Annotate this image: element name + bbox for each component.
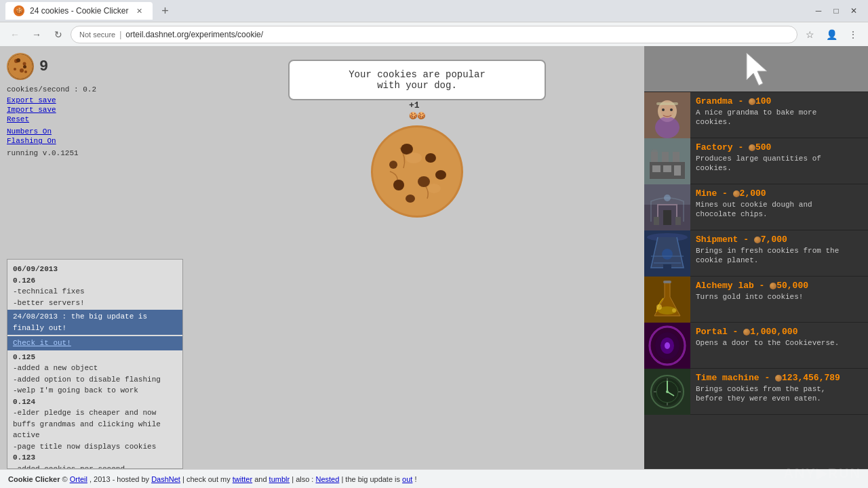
svg-point-48 <box>656 304 662 310</box>
shipment-info: Shipment - 7,000 Brings in fresh cookies… <box>690 230 853 276</box>
footer-content: Cookie Clicker © Orteil , 2013 - hosted … <box>8 475 860 483</box>
toolbar: ← → ↻ Not secure | orteil.dashnet.org/ex… <box>0 22 868 46</box>
alchemy-name: Alchemy lab - 50,000 <box>696 281 848 291</box>
svg-rect-40 <box>654 217 659 225</box>
footer-nested-link[interactable]: Nested <box>315 475 339 483</box>
svg-point-13 <box>406 195 415 203</box>
grandma-name: Grandma - 100 <box>696 96 848 106</box>
factory-desc: Produces large quantities of cookies. <box>696 154 848 174</box>
small-cookie-icon[interactable] <box>7 53 34 80</box>
shop-item-mine[interactable]: Mine - 2,000 Mines out cookie dough and … <box>644 184 868 230</box>
changelog-box: 06/09/2013 0.126 -technical fixes -bette… <box>7 259 183 469</box>
account-icon[interactable]: 👤 <box>822 25 841 44</box>
footer-big-update: | the big update is <box>341 475 402 483</box>
svg-point-15 <box>389 161 397 169</box>
active-tab[interactable]: 🍪 24 cookies - Cookie Clicker ✕ <box>5 2 153 20</box>
changelog-version-123: 0.123 <box>13 452 177 464</box>
grandma-desc: A nice grandma to bake more cookies. <box>696 108 848 127</box>
left-panel: 9 cookies/second : 0.2 Export save Impor… <box>0 46 190 469</box>
cookie-count: 9 <box>39 58 48 75</box>
footer-out-link[interactable]: out <box>402 475 412 483</box>
footer-tumblr-link[interactable]: tumblr <box>269 475 290 483</box>
svg-point-12 <box>393 180 404 190</box>
security-indicator: Not secure <box>79 30 115 39</box>
mine-name: Mine - 2,000 <box>696 188 848 199</box>
changelog-date-1: 06/09/2013 <box>13 264 177 275</box>
reset-link[interactable]: Reset <box>7 115 183 123</box>
time-machine-desc: Brings cookies from the past, before the… <box>696 384 848 404</box>
title-bar: 🍪 24 cookies - Cookie Clicker ✕ + ─ □ ✕ <box>0 0 868 22</box>
svg-point-35 <box>651 149 658 153</box>
factory-count <box>853 138 868 184</box>
svg-point-25 <box>670 108 673 111</box>
changelog-check-link[interactable]: Check it out! <box>7 336 182 350</box>
cursor-image <box>644 46 868 92</box>
tab-close-button[interactable]: ✕ <box>134 5 144 16</box>
address-bar[interactable]: Not secure | orteil.dashnet.org/experime… <box>71 26 797 43</box>
svg-rect-39 <box>663 210 671 225</box>
shipment-count <box>853 230 868 276</box>
svg-rect-33 <box>663 165 671 172</box>
shop-item-factory[interactable]: Factory - 500 Produces large quantities … <box>644 138 868 184</box>
changelog-item-2: -better servers! <box>13 298 177 309</box>
shop-item-grandma[interactable]: Grandma - 100 A nice grandma to bake mor… <box>644 92 868 138</box>
minimize-button[interactable]: ─ <box>810 2 827 20</box>
shipment-image <box>644 230 690 277</box>
shop-item-alchemy[interactable]: Alchemy lab - 50,000 Turns gold into coo… <box>644 277 868 323</box>
numbers-on-link[interactable]: Numbers On <box>7 127 183 136</box>
export-save-link[interactable]: Export save <box>7 96 183 104</box>
window-controls: ─ □ ✕ <box>810 2 863 20</box>
footer-game-title: Cookie Clicker <box>8 475 60 483</box>
svg-point-14 <box>435 170 446 180</box>
new-tab-button[interactable]: + <box>155 2 174 20</box>
center-area: Your cookies are popularwith your dog. +… <box>190 46 644 469</box>
mine-image <box>644 184 690 230</box>
svg-point-6 <box>24 70 27 73</box>
close-button[interactable]: ✕ <box>845 2 863 20</box>
changelog-item-6: -elder pledge is cheaper and now buffs g… <box>13 407 177 441</box>
shop-item-cursor[interactable]: Cursor - 15 Autoclicks every 5 seconds. … <box>644 46 868 92</box>
version-text: running v.0.1251 <box>7 149 183 157</box>
footer-check: | check out my <box>182 475 233 483</box>
changelog-inner[interactable]: 06/09/2013 0.126 -technical fixes -bette… <box>7 260 182 468</box>
svg-rect-31 <box>673 152 679 162</box>
maximize-button[interactable]: □ <box>827 2 845 20</box>
flashing-on-link[interactable]: Flashing On <box>7 137 183 145</box>
refresh-button[interactable]: ↻ <box>49 25 68 44</box>
footer: Cookie Clicker © Orteil , 2013 - hosted … <box>0 469 868 488</box>
changelog-version-126: 0.126 <box>13 275 177 287</box>
shop-item-portal[interactable]: Portal - 1,000,000 Opens a door to the C… <box>644 323 868 369</box>
forward-button[interactable]: → <box>27 25 46 44</box>
menu-icon[interactable]: ⋮ <box>844 25 863 44</box>
svg-point-44 <box>662 249 673 260</box>
footer-exclaim: ! <box>414 475 416 483</box>
bookmark-icon[interactable]: ☆ <box>800 25 819 44</box>
changelog-version-125: 0.125 <box>13 352 177 363</box>
big-cookie[interactable] <box>366 121 468 222</box>
svg-point-8 <box>373 127 461 216</box>
svg-point-10 <box>425 153 436 163</box>
import-save-link[interactable]: Import save <box>7 106 183 114</box>
big-cookie-container[interactable]: +1🍪🍪 <box>366 121 468 225</box>
svg-point-11 <box>418 176 430 187</box>
changelog-item-8: -added cookies per second <box>13 464 177 469</box>
svg-point-16 <box>406 152 422 163</box>
portal-count <box>853 323 868 368</box>
footer-twitter-link[interactable]: twitter <box>233 475 252 483</box>
shop-item-time-machine[interactable]: Time machine - 123,456,789 Brings cookie… <box>644 369 868 415</box>
footer-by: © <box>62 475 69 483</box>
svg-rect-29 <box>651 152 658 162</box>
shop-item-shipment[interactable]: Shipment - 7,000 Brings in fresh cookies… <box>644 230 868 277</box>
portal-name: Portal - 1,000,000 <box>696 327 848 337</box>
url-text: orteil.dashnet.org/experiments/cookie/ <box>125 30 263 39</box>
svg-point-68 <box>666 390 669 393</box>
grandma-info: Grandma - 100 A nice grandma to bake mor… <box>690 92 853 138</box>
time-machine-image <box>644 369 690 415</box>
changelog-item-4: -added option to disable flashing <box>13 374 177 386</box>
footer-dashnet-link[interactable]: DashNet <box>151 475 180 483</box>
svg-rect-34 <box>674 165 681 176</box>
footer-orteil-link[interactable]: Orteil <box>70 475 87 483</box>
mine-count <box>853 184 868 230</box>
plus-indicator: +1🍪🍪 <box>409 100 425 121</box>
back-button[interactable]: ← <box>5 25 24 44</box>
